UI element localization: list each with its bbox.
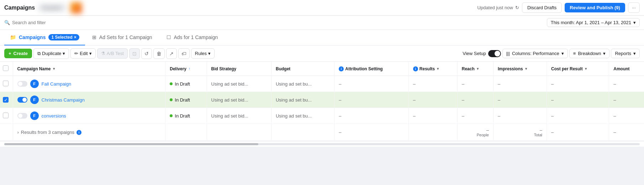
columns-dropdown-icon: ▾: [561, 51, 564, 56]
arrow-icon: ↗: [169, 51, 174, 56]
cost-sort-icon: ▾: [585, 67, 587, 71]
view-setup-toggle[interactable]: [488, 50, 501, 57]
results-expander[interactable]: › Results from 3 campaigns i: [17, 130, 161, 135]
results-bid-cell: [207, 124, 271, 141]
account-avatar: [70, 2, 82, 13]
selected-close-icon[interactable]: ×: [74, 35, 76, 40]
tab-ads[interactable]: ☐ Ads for 1 Campaign: [159, 30, 225, 45]
th-attribution-setting[interactable]: i Attribution Setting: [334, 62, 409, 76]
tab-campaigns[interactable]: 📁 Campaigns 1 Selected ×: [4, 30, 85, 45]
campaign-avatar-2: F: [30, 111, 39, 120]
row-checkbox-1[interactable]: ✓: [3, 97, 9, 103]
nav-tabs: 📁 Campaigns 1 Selected × ⊞ Ad Sets for 1…: [0, 30, 644, 45]
th-cost-per-result[interactable]: Cost per Result ▾: [547, 62, 609, 76]
results-label-cell: › Results from 3 campaigns i: [13, 124, 165, 141]
row-bid-2: Using ad set bid...: [207, 108, 271, 124]
delivery-text-0: In Draft: [175, 81, 190, 87]
row-checkbox-cell-2[interactable]: [0, 108, 13, 124]
select-all-header[interactable]: [0, 62, 13, 76]
th-bid-strategy[interactable]: Bid Strategy: [207, 62, 271, 76]
row-amount-2: –: [609, 108, 644, 124]
results-info-icon: i: [413, 66, 418, 71]
row-reach-0: –: [457, 76, 493, 92]
row-checkbox-cell-0[interactable]: [0, 76, 13, 92]
row-delivery-2: In Draft: [165, 108, 207, 124]
toggle-knob-0: [18, 82, 22, 86]
campaign-avatar-1: F: [30, 96, 39, 104]
results-reach-cell: – People: [457, 124, 493, 141]
pencil-icon: ✏: [74, 51, 78, 56]
duplicate-dropdown-icon: ▾: [63, 51, 65, 56]
page-icon: ☐: [167, 34, 171, 40]
duplicate-icon: ⧉: [37, 51, 41, 56]
row-checkbox-2[interactable]: [3, 113, 9, 118]
view-setup-label: View Setup: [463, 51, 486, 56]
tag-icon: 🏷: [181, 51, 186, 56]
breakdown-icon: ≡: [573, 51, 576, 56]
edit-button[interactable]: ✏ Edit ▾: [70, 48, 95, 59]
search-bar: 🔍 This month: Apr 1, 2021 – Apr 13, 2021…: [0, 16, 644, 30]
columns-button[interactable]: ||| Columns: Performance ▾: [502, 49, 568, 58]
th-impressions[interactable]: Impressions ▾: [493, 62, 547, 76]
selected-badge: 1 Selected ×: [48, 34, 79, 40]
copy-button[interactable]: ⊡: [129, 48, 140, 59]
campaign-toggle-2[interactable]: [17, 113, 27, 119]
campaign-name-1[interactable]: Christmas Campaign: [42, 97, 85, 103]
rules-button[interactable]: Rules ▾: [191, 48, 215, 59]
campaign-toggle-1[interactable]: [17, 97, 27, 103]
row-campaign-cell-1: F Christmas Campaign: [13, 92, 165, 108]
th-amount[interactable]: Amount: [609, 62, 644, 76]
tag-button[interactable]: 🏷: [178, 48, 190, 59]
duplicate-label: Duplicate: [42, 51, 61, 56]
campaigns-table: Campaign Name ▾ Delivery ↑ Bid Strategy …: [0, 62, 644, 141]
edit-dropdown-icon: ▾: [89, 51, 92, 56]
th-results[interactable]: i Results ▾: [408, 62, 457, 76]
date-range-selector[interactable]: This month: Apr 1, 2021 – Apr 13, 2021 ▾: [547, 18, 640, 27]
discard-drafts-button[interactable]: Discard Drafts: [522, 2, 562, 13]
campaign-name-2[interactable]: conversions: [42, 113, 66, 119]
delete-button[interactable]: 🗑: [153, 48, 165, 59]
table-header-row: Campaign Name ▾ Delivery ↑ Bid Strategy …: [0, 62, 644, 76]
undo-button[interactable]: ↺: [141, 48, 152, 59]
toggle-knob-2: [18, 114, 22, 118]
reach-sublabel: People: [462, 133, 489, 137]
campaign-toggle-0[interactable]: [17, 81, 27, 87]
row-cost-1: –: [547, 92, 609, 108]
table-row: F conversions In Draft Using ad set bid.…: [0, 108, 644, 124]
row-checkbox-cell-1[interactable]: ✓: [0, 92, 13, 108]
select-all-checkbox[interactable]: [3, 65, 9, 71]
account-name: Account: [42, 5, 58, 10]
row-campaign-cell-2: F conversions: [13, 108, 165, 124]
scroll-thumb[interactable]: [4, 143, 258, 145]
row-checkbox-0[interactable]: [3, 81, 9, 86]
ab-test-button[interactable]: ⚗ A/B Test: [97, 48, 128, 59]
more-options-button[interactable]: ···: [628, 2, 640, 13]
th-campaign-name[interactable]: Campaign Name ▾: [13, 62, 165, 76]
th-budget[interactable]: Budget: [271, 62, 334, 76]
delivery-text-2: In Draft: [175, 113, 190, 119]
row-budget-2: Using ad set bu...: [271, 108, 334, 124]
columns-label: Columns: Performance: [512, 51, 559, 56]
search-input[interactable]: [12, 20, 545, 25]
th-reach[interactable]: Reach ▾: [457, 62, 493, 76]
th-delivery[interactable]: Delivery ↑: [165, 62, 207, 76]
reports-button[interactable]: Reports ▾: [611, 49, 640, 58]
results-summary-row: › Results from 3 campaigns i – – People …: [0, 124, 644, 141]
results-checkbox-cell: [0, 124, 13, 141]
arrow-button[interactable]: ↗: [166, 48, 177, 59]
horizontal-scrollbar[interactable]: [0, 141, 644, 147]
delivery-dot-1: [170, 98, 173, 101]
tab-ad-sets[interactable]: ⊞ Ad Sets for 1 Campaign: [85, 30, 159, 45]
account-dropdown[interactable]: Account ▾: [38, 3, 66, 12]
duplicate-button[interactable]: ⧉ Duplicate ▾: [33, 48, 69, 59]
row-results-2: –: [408, 108, 457, 124]
row-reach-2: –: [457, 108, 493, 124]
scroll-track: [4, 143, 640, 145]
results-cost-cell: –: [547, 124, 609, 141]
row-cost-2: –: [547, 108, 609, 124]
review-publish-button[interactable]: Review and Publish (9): [565, 3, 625, 12]
create-button[interactable]: + Create: [4, 49, 32, 58]
breakdown-button[interactable]: ≡ Breakdown ▾: [569, 49, 610, 58]
toggle-knob: [495, 51, 500, 56]
campaign-name-0[interactable]: Fall Campaign: [42, 81, 72, 87]
